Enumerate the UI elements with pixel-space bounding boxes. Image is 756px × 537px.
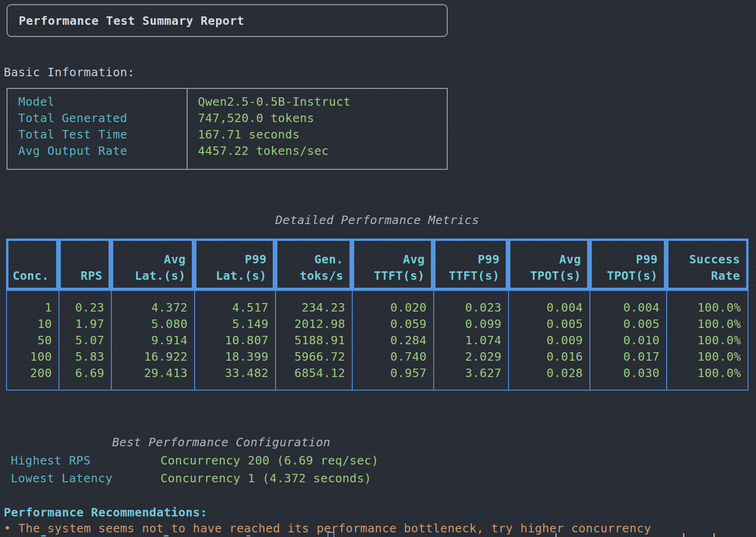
basic-info-labels: ModelTotal GeneratedTotal Test TimeAvg O…	[7, 89, 187, 169]
table-cell: 2012.98	[276, 316, 352, 332]
table-cell: 5.83	[59, 348, 111, 365]
table-cell: 4.372	[112, 299, 194, 316]
column-header: Avg Lat.(s)	[111, 239, 194, 290]
table-cell: 0.030	[590, 365, 666, 381]
table-cell: 200	[7, 365, 58, 381]
basic-info-values: Qwen2.5-0.5B-Instruct747,520.0 tokens167…	[187, 89, 447, 169]
terminal-cursor	[327, 532, 334, 537]
basic-info-heading: Basic Information:	[4, 64, 135, 80]
table-cell: 100.0%	[667, 365, 748, 381]
info-label: Total Generated	[18, 110, 187, 126]
table-cell: 4.517	[195, 299, 275, 316]
table-cell: 10.807	[195, 332, 275, 348]
column-header: Avg TTFT(s)	[352, 239, 433, 290]
table-cell: 100	[7, 348, 58, 365]
table-cell: 100.0%	[667, 348, 748, 365]
table-cell: 1.074	[434, 332, 508, 348]
table-cell: 0.004	[509, 299, 589, 316]
column-header: Gen. toks/s	[275, 239, 352, 290]
recommendation-item: • The system seems not to have reached i…	[4, 520, 752, 537]
column-header: RPS	[58, 239, 111, 290]
table-cell: 10	[7, 316, 58, 332]
table-cell: 0.059	[353, 316, 433, 332]
table-cell: 5.07	[59, 332, 111, 348]
table-cell: 2.029	[434, 348, 508, 365]
table-column: 11050100200	[7, 291, 58, 390]
table-column: 234.232012.985188.915966.726854.12	[275, 291, 352, 390]
table-cell: 0.004	[590, 299, 666, 316]
table-cell: 9.914	[112, 332, 194, 348]
best-config-row: Highest RPS Concurrency 200 (6.69 req/se…	[0, 452, 756, 470]
table-cell: 3.627	[434, 365, 508, 381]
table-cell: 0.020	[353, 299, 433, 316]
table-cell: 50	[7, 332, 58, 348]
table-cell: 0.740	[353, 348, 433, 365]
info-label: Model	[18, 94, 187, 110]
column-header: P99 TPOT(s)	[589, 239, 666, 290]
table-cell: 100.0%	[667, 316, 748, 332]
column-header: P99 Lat.(s)	[194, 239, 275, 290]
info-value: 747,520.0 tokens	[198, 110, 447, 126]
table-cell: 100.0%	[667, 332, 748, 348]
info-label: Avg Output Rate	[18, 143, 187, 159]
recommendations-heading: Performance Recommendations:	[4, 504, 207, 522]
table-cell: 33.482	[195, 365, 275, 381]
table-column: 0.0200.0590.2840.7400.957	[352, 291, 433, 390]
table-cell: 0.005	[590, 316, 666, 332]
table-column: 0.0230.0991.0742.0293.627	[433, 291, 508, 390]
basic-info-box: ModelTotal GeneratedTotal Test TimeAvg O…	[7, 88, 448, 170]
table-column: 100.0%100.0%100.0%100.0%100.0%	[666, 291, 748, 390]
metrics-header-row: Conc.RPSAvg Lat.(s)P99 Lat.(s)Gen. toks/…	[6, 239, 749, 290]
table-cell: 29.413	[112, 365, 194, 381]
column-header: P99 TTFT(s)	[433, 239, 508, 290]
table-cell: 5.149	[195, 316, 275, 332]
terminal-screen: Performance Test Summary Report Basic In…	[0, 0, 756, 537]
table-cell: 0.023	[434, 299, 508, 316]
table-cell: 0.005	[509, 316, 589, 332]
best-config-row: Lowest Latency Concurrency 1 (4.372 seco…	[0, 470, 756, 487]
table-cell: 0.284	[353, 332, 433, 348]
table-cell: 0.028	[509, 365, 589, 381]
table-column: 4.3725.0809.91416.92229.413	[111, 291, 194, 390]
metrics-body: 110501002000.231.975.075.836.694.3725.08…	[6, 290, 749, 391]
column-header: Conc.	[6, 239, 58, 290]
best-config-value: Concurrency 1 (4.372 seconds)	[160, 470, 371, 487]
table-column: 0.0040.0050.0100.0170.030	[589, 291, 666, 390]
table-cell: 1	[7, 299, 58, 316]
report-title: Performance Test Summary Report	[19, 13, 244, 29]
metrics-table-title: Detailed Performance Metrics	[6, 212, 749, 228]
table-cell: 6854.12	[276, 365, 352, 381]
best-config-label: Lowest Latency	[11, 470, 113, 487]
table-cell: 5966.72	[276, 348, 352, 365]
info-value: 4457.22 tokens/sec	[198, 143, 447, 159]
table-cell: 18.399	[195, 348, 275, 365]
table-cell: 5.080	[112, 316, 194, 332]
recommendations-list: • The system seems not to have reached i…	[4, 520, 752, 537]
report-title-box: Performance Test Summary Report	[7, 4, 448, 37]
table-cell: 6.69	[59, 365, 111, 381]
best-config-label: Highest RPS	[11, 452, 91, 470]
table-cell: 0.010	[590, 332, 666, 348]
table-cell: 0.957	[353, 365, 433, 381]
column-header: Avg TPOT(s)	[508, 239, 589, 290]
table-cell: 0.099	[434, 316, 508, 332]
info-value: Qwen2.5-0.5B-Instruct	[198, 94, 447, 110]
table-cell: 5188.91	[276, 332, 352, 348]
table-cell: 0.017	[590, 348, 666, 365]
table-cell: 0.009	[509, 332, 589, 348]
best-config-title: Best Performance Configuration	[6, 434, 436, 451]
table-cell: 100.0%	[667, 299, 748, 316]
table-column: 4.5175.14910.80718.39933.482	[194, 291, 275, 390]
table-cell: 0.23	[59, 299, 111, 316]
info-value: 167.71 seconds	[198, 126, 447, 143]
best-config-value: Concurrency 200 (6.69 req/sec)	[160, 452, 379, 470]
table-cell: 234.23	[276, 299, 352, 316]
table-cell: 1.97	[59, 316, 111, 332]
table-column: 0.231.975.075.836.69	[58, 291, 111, 390]
table-cell: 16.922	[112, 348, 194, 365]
table-cell: 0.016	[509, 348, 589, 365]
info-label: Total Test Time	[18, 126, 187, 143]
column-header: Success Rate	[666, 239, 749, 290]
table-column: 0.0040.0050.0090.0160.028	[508, 291, 589, 390]
